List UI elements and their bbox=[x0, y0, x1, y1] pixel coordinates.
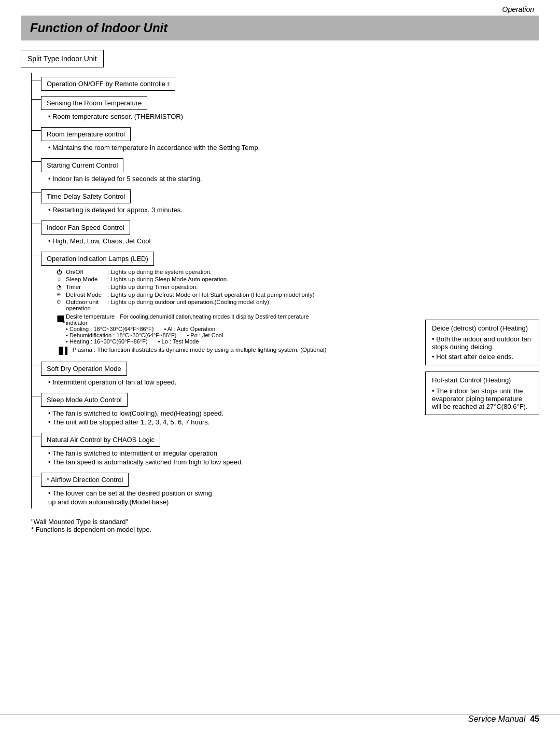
h-line7 bbox=[32, 255, 41, 255]
led-defrost-label: Defrost Mode bbox=[66, 292, 107, 298]
airflow-bullet-2: up and down automatically.(Model base) bbox=[48, 498, 415, 506]
natural-air-bullets: • The fan is switched to intermittent or… bbox=[48, 449, 415, 466]
airflow-box: * Airflow Direction Control bbox=[41, 473, 129, 487]
split-type-box: Split Type Indoor Unit bbox=[21, 50, 104, 67]
led-outdoor-desc: : Lights up during outdoor unit operatio… bbox=[107, 299, 415, 305]
room-temp-bullet-text: • Maintains the room temperature in acco… bbox=[48, 144, 415, 152]
footer-right: Service Manual 45 bbox=[468, 714, 539, 724]
led-onoff-desc: : Lights up during the system operation. bbox=[107, 269, 415, 275]
sensing-label: Sensing the Room Temperature bbox=[47, 99, 142, 107]
h-line10 bbox=[32, 436, 41, 436]
temp-cooling: • Cooling : 18°C~30°C(64°F~86°F) bbox=[66, 326, 153, 332]
led-timer-label: Timer bbox=[66, 284, 107, 290]
time-delay-bullet-text: • Restarting is delayed for approx. 3 mi… bbox=[48, 206, 415, 214]
time-delay-label: Time Delay Safety Control bbox=[47, 192, 125, 200]
starting-bullet-text: • Indoor fan is delayed for 5 seconds at… bbox=[48, 175, 415, 183]
sleep-mode-content: Sleep Mode Auto Control • The fan is swi… bbox=[41, 389, 415, 429]
time-delay-box: Time Delay Safety Control bbox=[41, 189, 131, 203]
hotstart-box: Hot-start Control (Heating) • The indoor… bbox=[425, 372, 539, 415]
temp-po: • Po : Jet Cool bbox=[187, 332, 223, 338]
natural-air-bullet-2: • The fan speed is automatically switche… bbox=[48, 458, 415, 466]
h-line4 bbox=[32, 161, 41, 162]
sleep-mode-box: Sleep Mode Auto Control bbox=[41, 393, 128, 407]
temp-desire-desc: For cooling,dehumidification,heating mod… bbox=[120, 313, 309, 320]
on-off-box: Operation ON/OFF by Remote controlle r bbox=[41, 77, 175, 91]
h-line3 bbox=[32, 130, 41, 131]
plasma-content: Plasma : The function illustrates its dy… bbox=[73, 347, 327, 353]
temp-al: • Al : Auto Operation bbox=[164, 326, 215, 332]
fan-speed-content: Indoor Fan Speed Control • High, Med, Lo… bbox=[41, 216, 415, 247]
room-temp-box: Room temperature control bbox=[41, 127, 131, 141]
soft-dry-content: Soft Dry Operation Mode • Intermittent o… bbox=[41, 357, 415, 389]
room-temp-content: Room temperature control • Maintains the… bbox=[41, 123, 415, 154]
hotstart-title: Hot-start Control (Heating) bbox=[432, 376, 533, 384]
defrost-icon: ✳ bbox=[57, 292, 66, 297]
airflow-content: * Airflow Direction Control • The louver… bbox=[41, 469, 415, 508]
starting-content: Starting Current Control • Indoor fan is… bbox=[41, 154, 415, 185]
h-line bbox=[32, 80, 41, 80]
sensing-bullet-text: • Room temperature sensor. (THERMISTOR) bbox=[48, 113, 415, 120]
soft-dry-row: Soft Dry Operation Mode • Intermittent o… bbox=[32, 357, 415, 389]
h-line8 bbox=[32, 365, 41, 365]
temp-dehum: • Dehumidification : 18°C~30°C(64°F~86°F… bbox=[66, 332, 176, 338]
title-bar: Function of Indoor Unit bbox=[21, 16, 539, 40]
footer-note-2: * Functions is dependent on model type. bbox=[31, 526, 539, 533]
led-onoff-label: On/Off bbox=[66, 269, 107, 275]
operation-label: Operation bbox=[502, 5, 534, 13]
page-footer: Service Manual 45 bbox=[0, 714, 560, 724]
hotstart-bullet-1: • The indoor fan stops until the evapora… bbox=[432, 387, 533, 410]
left-column: Split Type Indoor Unit Operation ON/OFF … bbox=[21, 50, 415, 508]
deice-bullet-2: • Hot start after deice ends. bbox=[432, 353, 533, 361]
page-number: 45 bbox=[530, 714, 539, 723]
soft-dry-bullet: • Intermittent operation of fan at low s… bbox=[48, 378, 415, 386]
plasma-row: ▐▌▌ Plasma : The function illustrates it… bbox=[57, 347, 415, 354]
led-table: ⏻ On/Off : Lights up during the system o… bbox=[57, 269, 415, 311]
room-temp-row: Room temperature control • Maintains the… bbox=[32, 123, 415, 154]
led-defrost-desc: : Lights up during Defrost Mode or Hot S… bbox=[107, 292, 415, 298]
temp-sub-row-2: • Dehumidification : 18°C~30°C(64°F~86°F… bbox=[66, 332, 309, 338]
soft-dry-bullet-text: • Intermittent operation of fan at low s… bbox=[48, 378, 415, 386]
footer-note-1: "Wall Mounted Type is standard" bbox=[31, 518, 539, 526]
on-off-row: Operation ON/OFF by Remote controlle r bbox=[32, 73, 415, 92]
timer-icon: ◔ bbox=[57, 284, 66, 291]
fan-speed-label: Indoor Fan Speed Control bbox=[47, 224, 124, 231]
starting-box: Starting Current Control bbox=[41, 158, 123, 172]
time-delay-bullet: • Restarting is delayed for approx. 3 mi… bbox=[48, 206, 415, 214]
sensing-bullet: • Room temperature sensor. (THERMISTOR) bbox=[48, 113, 415, 120]
h-line6 bbox=[32, 224, 41, 224]
temp-indicator-section: ▮▮c Desire temperature For cooling,dehum… bbox=[57, 313, 415, 345]
time-delay-content: Time Delay Safety Control • Restarting i… bbox=[41, 185, 415, 216]
led-item-sleep: ☆ Sleep Mode : Lights up during Sleep Mo… bbox=[57, 276, 415, 283]
footer-notes: "Wall Mounted Type is standard" * Functi… bbox=[31, 518, 539, 533]
fan-speed-bullet: • High, Med, Low, Chaos, Jet Cool bbox=[48, 237, 415, 245]
room-temp-label: Room temperature control bbox=[47, 130, 125, 138]
outdoor-icon: ⊙ bbox=[57, 299, 66, 305]
natural-air-label: Natural Air Control by CHAOS Logic bbox=[47, 436, 155, 444]
led-item-timer: ◔ Timer : Lights up during Timer operati… bbox=[57, 284, 415, 291]
airflow-bullet-1: • The louver can be set at the desired p… bbox=[48, 489, 415, 497]
led-row: Operation indication Lamps (LED) ⏻ On/Of… bbox=[32, 247, 415, 357]
temp-display-icon: ▮▮c bbox=[57, 313, 64, 324]
on-off-label: Operation ON/OFF by Remote controlle r bbox=[47, 80, 170, 88]
temp-indicator-content: Desire temperature For cooling,dehumidif… bbox=[66, 313, 309, 345]
led-content: Operation indication Lamps (LED) ⏻ On/Of… bbox=[41, 247, 415, 357]
h-line11 bbox=[32, 476, 41, 476]
content-area: Split Type Indoor Unit Operation ON/OFF … bbox=[21, 50, 539, 508]
page-wrapper: Operation Function of Indoor Unit Split … bbox=[0, 0, 560, 729]
deice-bullet-1: • Both the indoor and outdoor fan stops … bbox=[432, 335, 533, 351]
starting-row: Starting Current Control • Indoor fan is… bbox=[32, 154, 415, 185]
sleep-mode-bullet-1: • The fan is switched to low(Cooling), m… bbox=[48, 409, 415, 417]
led-sleep-desc: : Lights up during Sleep Mode Auto opera… bbox=[107, 276, 415, 282]
time-delay-row: Time Delay Safety Control • Restarting i… bbox=[32, 185, 415, 216]
led-item-defrost: ✳ Defrost Mode : Lights up during Defros… bbox=[57, 292, 415, 298]
soft-dry-label: Soft Dry Operation Mode bbox=[47, 365, 121, 373]
led-item-onoff: ⏻ On/Off : Lights up during the system o… bbox=[57, 269, 415, 275]
deice-box: Deice (defrost) control (Heating) • Both… bbox=[425, 320, 539, 365]
led-item-outdoor: ⊙ Outdoor unitoperation : Lights up duri… bbox=[57, 299, 415, 311]
temp-desire-label: Desire temperature bbox=[66, 313, 115, 320]
sleep-mode-label: Sleep Mode Auto Control bbox=[47, 396, 122, 404]
sensing-content: Sensing the Room Temperature • Room temp… bbox=[41, 92, 415, 123]
led-timer-desc: : Lights up during Timer operation. bbox=[107, 284, 415, 290]
airflow-bullets: • The louver can be set at the desired p… bbox=[48, 489, 415, 506]
airflow-label: * Airflow Direction Control bbox=[47, 476, 123, 484]
